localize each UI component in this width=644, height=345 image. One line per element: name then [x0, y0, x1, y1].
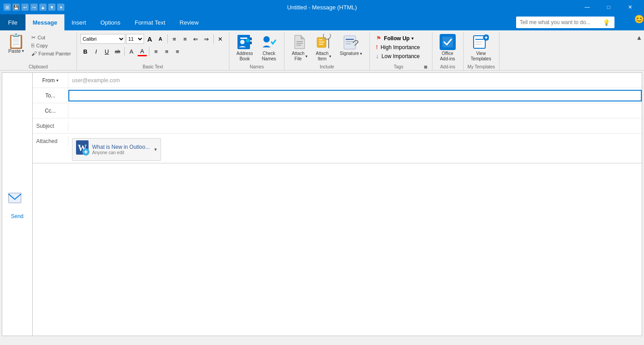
check-names-icon [261, 34, 277, 50]
send-button[interactable]: Send [4, 188, 31, 221]
follow-up-button[interactable]: ⚑ Follow Up ▾ [373, 34, 423, 42]
divider-3 [124, 47, 125, 56]
cut-button[interactable]: ✂ Cut [30, 34, 73, 41]
names-group-label: Names [233, 63, 281, 70]
increase-indent-button[interactable]: ⇒ [202, 34, 212, 44]
cc-input[interactable] [68, 106, 642, 116]
align-center-button[interactable]: ≡ [162, 46, 172, 56]
attach-item-label: Attach Item [316, 51, 328, 62]
attach-file-button[interactable]: Attach File ▾ [288, 32, 311, 63]
address-book-label: Address Book [237, 51, 253, 62]
svg-rect-4 [250, 38, 252, 40]
window-icon: ⊞ [4, 4, 11, 11]
window-controls: — □ ✕ [577, 0, 640, 14]
cut-icon: ✂ [31, 34, 36, 41]
email-body[interactable] [33, 163, 642, 336]
names-content: Address Book Check Names [233, 32, 281, 63]
paste-button[interactable]: 📋 Paste ▾ [4, 32, 29, 55]
attachment-chip[interactable]: W What is New in Outloo... Anyone can ed… [72, 138, 161, 161]
address-book-button[interactable]: Address Book [233, 32, 257, 63]
bold-button[interactable]: B [80, 46, 90, 56]
tags-expander-icon[interactable]: ⊠ [424, 65, 428, 69]
search-icon: 💡 [603, 19, 610, 26]
high-importance-button[interactable]: ! High Importance [373, 43, 423, 51]
to-label: To... [45, 93, 55, 99]
increase-font-button[interactable]: A [145, 34, 155, 44]
low-importance-button[interactable]: ↓ Low Importance [373, 52, 423, 60]
down-icon[interactable]: ▼ [48, 4, 55, 11]
svg-point-6 [263, 36, 270, 42]
signature-button[interactable]: Signature ▾ [336, 32, 366, 58]
search-bar[interactable]: 💡 [516, 17, 614, 28]
from-label: From [42, 77, 55, 84]
decrease-indent-button[interactable]: ⇐ [191, 34, 201, 44]
basic-text-group-label: Basic Text [80, 63, 225, 70]
menu-tab-review[interactable]: Review [173, 14, 206, 30]
attach-item-button[interactable]: Attach Item ▾ [312, 32, 335, 63]
paste-icon: 📋 [7, 34, 25, 48]
basic-text-content: Calibri 11 A A ≡ ≡ ⇐ ⇒ ✕ B I U ab [80, 32, 225, 59]
from-button[interactable]: From ▾ [33, 73, 68, 88]
minimize-button[interactable]: — [577, 0, 597, 14]
ribbon-collapse-button[interactable]: ▲ [634, 32, 644, 70]
redo-icon[interactable]: ↪ [30, 4, 38, 11]
font-select[interactable]: Calibri [80, 34, 125, 44]
menu-tab-insert[interactable]: Insert [64, 14, 93, 30]
strikethrough-button[interactable]: ab [113, 46, 123, 56]
up-icon[interactable]: ▲ [39, 4, 47, 11]
low-importance-icon: ↓ [376, 53, 379, 59]
cc-button[interactable]: Cc... [33, 103, 68, 118]
copy-button[interactable]: ⎘ Copy [30, 42, 73, 49]
office-addins-button[interactable]: Office Add-ins [436, 32, 459, 63]
paste-label: Paste [8, 48, 21, 54]
bullets-button[interactable]: ≡ [169, 34, 179, 44]
to-input[interactable] [68, 90, 642, 101]
compose-wrapper: Send From ▾ user@example.com To... [2, 72, 642, 336]
format-painter-button[interactable]: 🖌 Format Painter [30, 50, 73, 57]
font-row: Calibri 11 A A ≡ ≡ ⇐ ⇒ ✕ [80, 34, 225, 44]
view-templates-button[interactable]: View Templates [467, 32, 495, 63]
attachment-dropdown-icon[interactable]: ▾ [154, 147, 157, 152]
align-left-button[interactable]: ≡ [151, 46, 161, 56]
word-icon: W [76, 140, 89, 159]
emoji-button[interactable]: 😊 [634, 14, 644, 30]
attach-item-dropdown-icon: ▾ [329, 54, 331, 59]
text-color-button[interactable]: A [127, 46, 136, 56]
save-icon[interactable]: 💾 [13, 4, 20, 11]
to-button[interactable]: To... [33, 88, 68, 103]
clear-format-button[interactable]: ✕ [216, 34, 225, 44]
cc-label: Cc... [45, 108, 56, 114]
underline-button[interactable]: U [102, 46, 112, 56]
menu-tab-file[interactable]: File [0, 14, 25, 30]
include-group-label: Include [288, 63, 365, 70]
font-color-button[interactable]: A [137, 46, 147, 56]
menu-tab-message[interactable]: Message [25, 14, 64, 30]
align-right-button[interactable]: ≡ [173, 46, 182, 56]
attach-file-label: Attach File [292, 51, 304, 62]
divider-4 [149, 47, 149, 56]
subject-input[interactable] [68, 121, 642, 131]
svg-rect-28 [8, 193, 21, 203]
italic-button[interactable]: I [91, 46, 101, 56]
addins-group-label: Add-ins [436, 63, 460, 70]
font-size-select[interactable]: 11 [126, 34, 144, 44]
signature-label: Signature [340, 51, 359, 56]
undo-icon[interactable]: ↩ [21, 4, 29, 11]
menu-tab-format-text[interactable]: Format Text [127, 14, 172, 30]
check-names-button[interactable]: Check Names [257, 32, 280, 63]
numbering-button[interactable]: ≡ [180, 34, 190, 44]
clipboard-content: 📋 Paste ▾ ✂ Cut ⎘ Copy 🖌 Format Painter [4, 32, 73, 63]
decrease-font-button[interactable]: A [156, 34, 165, 44]
maximize-button[interactable]: □ [598, 0, 619, 14]
menu-tab-options[interactable]: Options [93, 14, 127, 30]
addins-group: Office Add-ins Add-ins [432, 32, 464, 70]
search-input[interactable] [520, 19, 600, 25]
divider-1 [167, 34, 168, 43]
include-group: Attach File ▾ Attach It [284, 32, 369, 70]
close-button[interactable]: ✕ [620, 0, 640, 14]
follow-up-icon: ⚑ [376, 35, 381, 42]
send-icon [8, 189, 27, 213]
check-names-label: Check Names [262, 51, 276, 62]
more-icon[interactable]: ▾ [57, 4, 64, 11]
office-addins-label: Office Add-ins [440, 51, 455, 62]
